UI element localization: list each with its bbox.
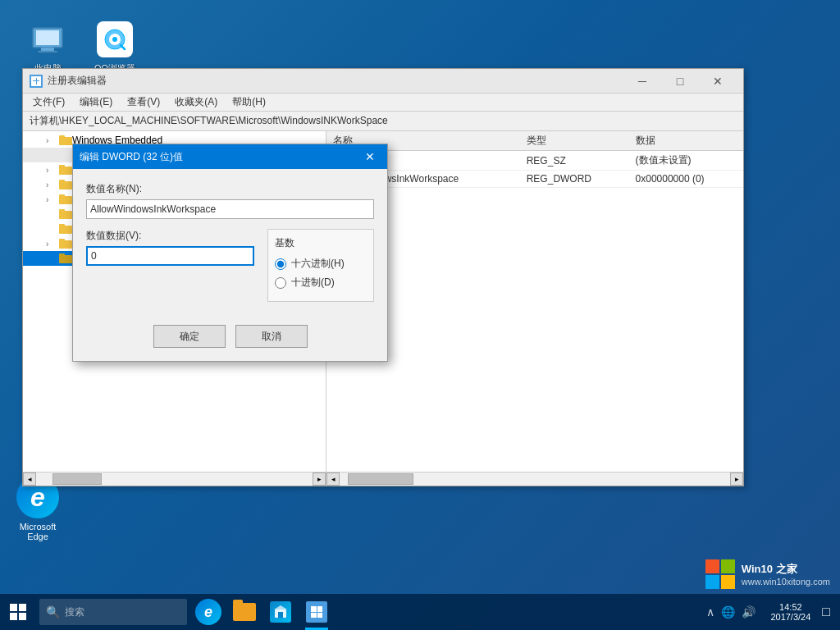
dialog-buttons: 确定 取消 (73, 315, 387, 361)
dialog-close-button[interactable]: ✕ (359, 146, 381, 167)
clock-time: 14:52 (770, 602, 810, 612)
dialog-value-section: 数值数据(V): (86, 229, 254, 266)
dialog-data-input[interactable] (86, 246, 254, 266)
radio-decimal-input[interactable] (275, 277, 286, 289)
start-button[interactable] (0, 594, 36, 630)
dialog-title-text: 编辑 DWORD (32 位)值 (80, 150, 183, 164)
svg-rect-26 (278, 612, 283, 618)
dialog-name-input[interactable] (86, 199, 374, 219)
tray-notification-icon[interactable]: □ (819, 605, 833, 619)
svg-marker-25 (274, 605, 287, 609)
taskbar-search-box[interactable]: 🔍 搜索 (39, 599, 187, 625)
logo-q2 (19, 604, 26, 611)
dialog-radix-title: 基数 (275, 236, 367, 250)
folder-icon-taskbar (233, 603, 256, 621)
tray-volume-icon[interactable]: 🔊 (742, 605, 756, 619)
taskbar-item-folder[interactable] (226, 594, 262, 630)
taskbar-search-icon: 🔍 (46, 605, 60, 619)
store-icon (270, 601, 291, 623)
dialog-overlay: 编辑 DWORD (32 位)值 ✕ 数值名称(N): 数值数据(V): 基数 (0, 0, 840, 630)
dialog-data-label: 数值数据(V): (86, 229, 254, 243)
dialog-radix-section: 基数 十六进制(H) 十进制(D) (267, 229, 374, 302)
radio-hex[interactable]: 十六进制(H) (275, 257, 367, 271)
radio-decimal[interactable]: 十进制(D) (275, 276, 367, 290)
tray-chevron[interactable]: ∧ (706, 605, 714, 619)
registry-icon (306, 601, 327, 623)
edge-icon: e (195, 599, 221, 625)
taskbar-items: e (190, 594, 335, 630)
taskbar-item-edge[interactable]: e (190, 594, 226, 630)
dialog-cancel-button[interactable]: 取消 (235, 325, 308, 348)
taskbar-search-placeholder: 搜索 (65, 605, 84, 619)
edit-dword-dialog: 编辑 DWORD (32 位)值 ✕ 数值名称(N): 数值数据(V): 基数 (72, 144, 388, 362)
logo-q3 (10, 613, 17, 620)
dialog-ok-button[interactable]: 确定 (153, 325, 226, 348)
radio-hex-label: 十六进制(H) (291, 257, 345, 271)
taskbar: 🔍 搜索 e (0, 594, 840, 630)
tray-network-icon[interactable]: 🌐 (721, 605, 735, 619)
desktop: 此电脑 QQ浏览器 e Microsoft Edge (0, 0, 840, 630)
radio-decimal-label: 十进制(D) (291, 276, 335, 290)
clock-date: 2017/3/24 (770, 612, 810, 622)
taskbar-right: ∧ 🌐 🔊 14:52 2017/3/24 □ (700, 602, 840, 622)
dialog-body: 数值名称(N): 数值数据(V): 基数 十六进制(H) (73, 169, 387, 315)
windows-logo (10, 604, 26, 620)
radio-hex-input[interactable] (275, 258, 286, 270)
taskbar-item-store[interactable] (262, 594, 299, 630)
taskbar-item-registry[interactable] (299, 594, 335, 630)
logo-q4 (19, 613, 26, 620)
system-clock[interactable]: 14:52 2017/3/24 (765, 602, 815, 622)
dialog-name-label: 数值名称(N): (86, 182, 374, 196)
dialog-titlebar: 编辑 DWORD (32 位)值 ✕ (73, 144, 387, 169)
logo-q1 (10, 604, 17, 611)
dialog-row: 数值数据(V): 基数 十六进制(H) 十进制(D) (86, 229, 374, 302)
system-tray: ∧ 🌐 🔊 (700, 605, 762, 619)
